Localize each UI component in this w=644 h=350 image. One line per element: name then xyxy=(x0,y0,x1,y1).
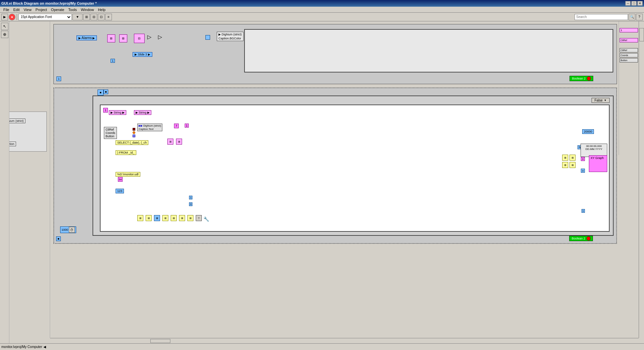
func-node-1: ⊞ xyxy=(167,139,173,145)
boolean2-lower: Boolean 2 xyxy=(569,236,593,241)
reorder-btn[interactable]: ≡ xyxy=(105,14,112,20)
align-btn[interactable]: ⊞ xyxy=(83,14,90,20)
upper-frame-num: 1 xyxy=(56,76,61,81)
num-20000: 20000 xyxy=(582,129,594,134)
num-1b: 1 xyxy=(189,196,192,199)
wire-connector-blue xyxy=(133,135,135,137)
dignum-caption-block: ▶▶ DigNum (strict) Caption.Text xyxy=(137,124,162,131)
menu-bar: File Edit View Project Operate Tools Win… xyxy=(0,7,644,13)
menu-help[interactable]: Help xyxy=(96,7,108,12)
num-0-blue: 0 xyxy=(581,169,585,173)
search-input[interactable] xyxy=(575,14,628,20)
stop-button-lower[interactable] xyxy=(587,236,591,240)
string1-node: ▶String▶ xyxy=(109,110,126,115)
upper-triangle: ▷ xyxy=(147,34,151,40)
stop-button[interactable]: ● xyxy=(9,14,15,20)
func-bottom-1: ⊞ xyxy=(137,215,143,221)
scrollbar-thumb[interactable] xyxy=(639,28,644,41)
rp-button: Button xyxy=(620,58,638,62)
distribute-btn[interactable]: ⊟ xyxy=(91,14,97,20)
inner-case-structure: False ▼ ▶String▶ 1 ▶String▶ CtlRef Co xyxy=(93,96,614,236)
upper-triangle-2: ▷ xyxy=(158,34,162,40)
num-const-7: 7 xyxy=(174,124,179,128)
num-0b: 0 xyxy=(189,202,192,206)
num-const-1: 1 xyxy=(103,108,108,113)
status-bar: monitor.lvproj/My Computer ◀ xyxy=(0,343,644,350)
font-selector[interactable]: 15pt Application Font xyxy=(18,14,72,20)
scrollbar-right[interactable] xyxy=(639,21,644,338)
menu-project[interactable]: Project xyxy=(33,7,49,12)
status-text: monitor.lvproj/My Computer xyxy=(1,345,42,349)
menu-window[interactable]: Window xyxy=(79,7,96,12)
func-bottom-4: ⊞ xyxy=(162,215,168,221)
func-bottom-6: ⊞ xyxy=(179,215,185,221)
ctlref-block: CtlRef Coords Button xyxy=(104,127,117,139)
lower-frame-idx: ■ xyxy=(98,90,104,96)
h-scrollbar-thumb[interactable] xyxy=(150,339,170,343)
func-bottom-2: ⊞ xyxy=(146,215,152,221)
menu-file[interactable]: File xyxy=(1,7,11,12)
rp-ctlref: CtlRef xyxy=(620,48,638,52)
inner-content-white: ▶String▶ 1 ▶String▶ CtlRef Coords Button xyxy=(100,105,610,232)
from-id-block: ) FROM _id_ xyxy=(116,150,136,155)
rp-slide: CtlRef xyxy=(620,38,638,42)
num-0-pink: 0 xyxy=(581,157,585,161)
select-query-block: SELECT (_date), (_ch xyxy=(116,140,148,145)
num-123-block: 123 xyxy=(116,189,124,193)
rp-coords: Coords xyxy=(620,53,638,57)
func-bottom-8: ? xyxy=(196,215,202,221)
db-path-block: %D:\monitor.udl xyxy=(116,172,140,177)
num-1c: 1 xyxy=(582,209,585,213)
func-bottom-3: ⊠ xyxy=(154,215,160,221)
main-loop-frame: ■ ■ False ▼ ▶String▶ 1 ▶String▶ xyxy=(53,88,617,244)
minimize-button[interactable]: ─ xyxy=(625,1,631,6)
upper-node-2: ⊞ xyxy=(119,34,127,42)
menu-operate[interactable]: Operate xyxy=(49,7,66,12)
run-button[interactable]: ▶ xyxy=(1,14,8,20)
toolbar-sep-1 xyxy=(17,14,17,20)
font-size-btn[interactable]: ▼ xyxy=(72,14,83,20)
toolbar: ▶ ● 15pt Application Font ▼ ⊞ ⊟ ⊡ ≡ 🔍 ? xyxy=(0,13,644,21)
restore-button[interactable]: □ xyxy=(631,1,637,6)
xy-graph-node: XY Graph xyxy=(589,155,607,172)
left-tool-strip: ↖ ⊕ xyxy=(0,21,9,343)
num-const-1b: 1 xyxy=(185,124,189,128)
upper-num-1: 1 xyxy=(111,59,115,63)
status-arrow: ◀ xyxy=(43,345,46,349)
num-1000-block: 1000 ⏱ xyxy=(60,226,76,233)
upper-blue-node xyxy=(205,35,210,40)
right-panel: 1 CtlRef CtlRef Coords Button xyxy=(619,21,639,155)
pointer-tool[interactable]: ↖ xyxy=(1,23,8,30)
close-button[interactable]: ✕ xyxy=(637,1,643,6)
string2-node: ▶String▶ xyxy=(134,110,151,115)
title-bar: GUI.vi Block Diagram on monitor.lvproj/M… xyxy=(0,0,644,7)
wire-connector-dark xyxy=(133,128,135,131)
func-bottom-5: ⊞ xyxy=(171,215,177,221)
window-title: GUI.vi Block Diagram on monitor.lvproj/M… xyxy=(1,1,97,5)
menu-view[interactable]: View xyxy=(22,7,34,12)
alarms-node: ▶ Alarms ▶ xyxy=(76,35,97,40)
scrollbar-bottom[interactable] xyxy=(50,338,639,343)
false-selector[interactable]: False ▼ xyxy=(592,98,610,103)
metronome-icon: ⏱ xyxy=(69,227,75,233)
search-button[interactable]: 🔍 xyxy=(629,14,635,20)
func-cluster-1: ⊞ xyxy=(570,155,576,161)
func-bottom-7: ⊞ xyxy=(187,215,193,221)
upper-node-3: ⊟ xyxy=(134,34,145,43)
wire-connector-orange xyxy=(133,131,135,134)
resize-btn[interactable]: ⊡ xyxy=(98,14,105,20)
menu-tools[interactable]: Tools xyxy=(66,7,79,12)
slide3-node: ▶ Slide 3 ▶ xyxy=(133,52,152,57)
pink-54-block: 54 xyxy=(118,177,123,182)
lower-frame-idx2: ■ xyxy=(104,90,108,94)
func-node-2: ⊞ xyxy=(176,139,182,145)
main-canvas: ▶ Alarms ▶ ⊞ ⊞ ⊟ ▷ ▷ ▶ DigNum (strict) C… xyxy=(50,21,639,338)
zoom-tool[interactable]: ⊕ xyxy=(1,31,8,38)
stop-button-upper[interactable] xyxy=(587,76,591,80)
upper-display-area xyxy=(244,29,613,72)
func-cluster-4: ⊞ xyxy=(562,162,568,168)
wrench-icon: 🔧 xyxy=(203,216,209,222)
help-button[interactable]: ? xyxy=(636,14,643,20)
menu-edit[interactable]: Edit xyxy=(11,7,22,12)
upper-node-1: ⊞ xyxy=(107,34,115,42)
